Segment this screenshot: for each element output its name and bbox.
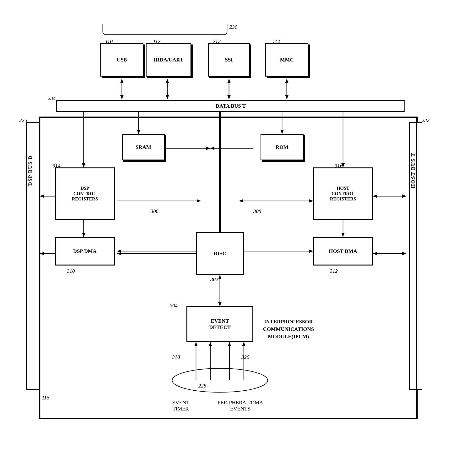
label-230: 230 [230,24,237,30]
svg-marker-11 [227,79,231,83]
event-detect-box: EVENTDETECT [187,306,253,342]
event-timer-label: EVENTTIMER [172,399,189,412]
label-116: 116 [42,395,49,401]
label-232: 232 [422,117,429,123]
host-control-registers-box: HOSTCONTROLREGISTERS [313,167,373,220]
sram-box: SRAM [122,134,165,160]
svg-marker-15 [285,79,288,83]
rom-box: ROM [260,134,303,160]
svg-marker-3 [120,79,124,83]
dsp-bus-d: DSP BUS D [26,122,39,390]
host-dma-box: HOST DMA [313,237,373,265]
label-318: 318 [172,354,180,360]
dsp-control-registers-box: DSPCONTROLREGISTERS [55,167,115,220]
usb-box: USB [100,43,143,77]
label-314: 314 [53,163,61,169]
label-304: 304 [170,302,178,309]
ssi-box: SSI [208,43,250,77]
label-302: 302 [210,276,218,283]
risc-box: RISC [196,232,244,275]
label-212: 212 [213,38,221,45]
svg-marker-7 [166,79,169,83]
peripheral-dma-label: PERIPHERAL/DMAEVENTS [217,399,263,412]
diagram-container: 230 USB 110 IRDA/UART 112 SSI 212 MMC 11… [0,0,463,476]
label-234: 234 [48,95,56,101]
label-320: 320 [241,354,249,360]
data-bus-t: DATA BUS T [56,100,405,112]
dsp-dma-box: DSP DMA [55,237,115,265]
label-112: 112 [153,38,160,45]
label-316: 316 [335,163,343,169]
label-228: 228 [198,383,206,389]
label-308: 308 [253,208,261,214]
label-310: 310 [67,268,75,274]
label-226: 226 [19,117,27,123]
label-312: 312 [330,268,338,274]
irda-uart-box: IRDA/UART [146,43,191,77]
ipcm-label: INTERPROCESSORCOMMUNICATIONSMODULE(IPCM) [263,318,314,340]
label-110: 110 [105,38,113,45]
mmc-box: MMC [265,43,308,77]
label-306: 306 [151,208,159,214]
label-114: 114 [273,38,280,45]
